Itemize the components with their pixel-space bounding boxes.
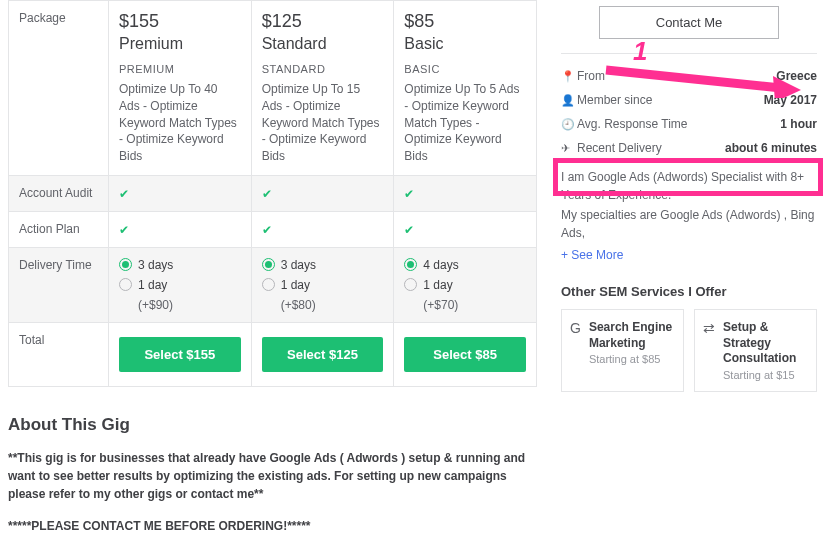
svg-marker-1 [773,76,801,98]
tier-basic-head: $85 Basic BASIC Optimize Up To 5 Ads - O… [394,1,537,176]
plane-icon: ✈ [561,142,577,155]
svg-line-0 [606,70,781,88]
select-basic-button[interactable]: Select $85 [404,337,526,372]
radio-icon [404,258,417,271]
annotation-arrow-icon [601,58,801,98]
delivery-option-3days[interactable]: 3 days [119,258,241,272]
service-title: Search Engine Marketing [589,320,675,351]
info-recent-delivery: ✈ Recent Delivery about 6 minutes [561,136,817,160]
check-icon: ✔ [404,187,414,201]
info-response-time: 🕘 Avg. Response Time 1 hour [561,112,817,136]
tier-cap: BASIC [404,63,526,75]
row-package: Package [9,1,109,176]
check-icon: ✔ [119,223,129,237]
user-icon: 👤 [561,94,577,107]
radio-icon [119,258,132,271]
price: $125 [262,11,384,32]
seller-bio-line2: My specialties are Google Ads (Adwords) … [561,206,817,242]
delivery-extra: (+$80) [281,298,384,312]
tier-premium-head: $155 Premium PREMIUM Optimize Up To 40 A… [109,1,252,176]
check-icon: ✔ [404,223,414,237]
delivery-basic: 4 days 1 day (+$70) [394,247,537,322]
delivery-premium: 3 days 1 day (+$90) [109,247,252,322]
delivery-option-1day[interactable]: 1 day [404,278,526,292]
row-delivery: Delivery Time [9,247,109,322]
service-card-setup[interactable]: ⇄ Setup & Strategy Consultation Starting… [694,309,817,392]
tier-desc: Optimize Up To 40 Ads - Optimize Keyword… [119,81,241,165]
about-contact-notice: *****PLEASE CONTACT ME BEFORE ORDERING!*… [8,517,537,535]
tier-desc: Optimize Up To 5 Ads - Optimize Keyword … [404,81,526,165]
google-icon: G [570,320,581,336]
annotation-highlight-box [553,158,823,196]
delivery-option-3days[interactable]: 3 days [262,258,384,272]
radio-icon [119,278,132,291]
other-services-heading: Other SEM Services I Offer [561,284,817,299]
service-sub: Starting at $85 [589,353,675,365]
delivery-option-1day[interactable]: 1 day [262,278,384,292]
delivery-extra: (+$70) [423,298,526,312]
check-icon: ✔ [262,187,272,201]
tier-name: Premium [119,35,241,53]
select-premium-button[interactable]: Select $155 [119,337,241,372]
row-plan: Action Plan [9,211,109,247]
divider [561,53,817,54]
tier-standard-head: $125 Standard STANDARD Optimize Up To 15… [251,1,394,176]
service-card-sem[interactable]: G Search Engine Marketing Starting at $8… [561,309,684,392]
delivery-option-1day[interactable]: 1 day [119,278,241,292]
tier-name: Basic [404,35,526,53]
about-heading: About This Gig [8,415,537,435]
pin-icon: 📍 [561,70,577,83]
check-icon: ✔ [119,187,129,201]
row-audit: Account Audit [9,175,109,211]
sliders-icon: ⇄ [703,320,715,336]
delivery-extra: (+$90) [138,298,241,312]
clock-icon: 🕘 [561,118,577,131]
delivery-option-4days[interactable]: 4 days [404,258,526,272]
tier-cap: PREMIUM [119,63,241,75]
service-sub: Starting at $15 [723,369,808,381]
price: $155 [119,11,241,32]
service-title: Setup & Strategy Consultation [723,320,808,367]
tier-cap: STANDARD [262,63,384,75]
about-intro: **This gig is for businesses that alread… [8,449,537,503]
select-standard-button[interactable]: Select $125 [262,337,384,372]
tier-name: Standard [262,35,384,53]
contact-me-button[interactable]: Contact Me [599,6,779,39]
price: $85 [404,11,526,32]
delivery-standard: 3 days 1 day (+$80) [251,247,394,322]
radio-icon [262,258,275,271]
radio-icon [404,278,417,291]
check-icon: ✔ [262,223,272,237]
radio-icon [262,278,275,291]
see-more-link[interactable]: + See More [561,248,623,262]
row-total: Total [9,322,109,386]
pricing-table: Package $155 Premium PREMIUM Optimize Up… [8,0,537,387]
tier-desc: Optimize Up To 15 Ads - Optimize Keyword… [262,81,384,165]
other-services: G Search Engine Marketing Starting at $8… [561,309,817,392]
